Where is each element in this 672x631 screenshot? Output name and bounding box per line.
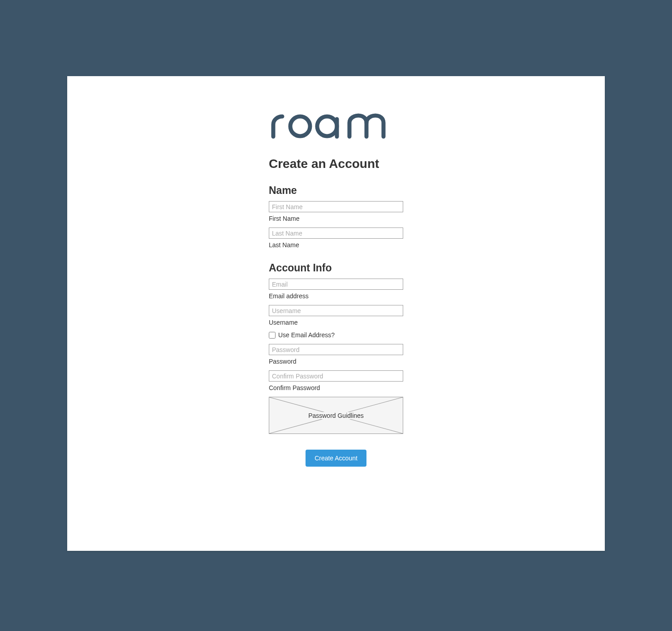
use-email-checkbox-row: Use Email Address? <box>269 331 403 339</box>
password-label: Password <box>269 358 403 365</box>
use-email-checkbox[interactable] <box>269 332 276 339</box>
first-name-label: First Name <box>269 215 403 222</box>
confirm-password-input[interactable] <box>269 370 403 382</box>
password-guidelines-placeholder: Password Guidlines <box>269 397 403 434</box>
last-name-label: Last Name <box>269 241 403 249</box>
use-email-checkbox-label: Use Email Address? <box>278 331 335 339</box>
svg-point-0 <box>290 116 310 136</box>
roam-logo <box>269 112 403 139</box>
email-label: Email address <box>269 292 403 300</box>
section-title-account: Account Info <box>269 262 403 274</box>
password-input[interactable] <box>269 344 403 355</box>
section-title-name: Name <box>269 185 403 197</box>
confirm-password-label: Confirm Password <box>269 384 403 391</box>
last-name-input[interactable] <box>269 228 403 239</box>
submit-row: Create Account <box>269 450 403 467</box>
signup-form: Create an Account Name First Name Last N… <box>269 112 403 467</box>
page-title: Create an Account <box>269 157 403 171</box>
email-input[interactable] <box>269 279 403 290</box>
signup-card: Create an Account Name First Name Last N… <box>67 76 605 551</box>
first-name-input[interactable] <box>269 201 403 212</box>
svg-point-1 <box>317 116 337 136</box>
password-guidelines-label: Password Guidlines <box>305 412 367 419</box>
username-input[interactable] <box>269 305 403 316</box>
username-label: Username <box>269 319 403 326</box>
create-account-button[interactable]: Create Account <box>306 450 366 467</box>
